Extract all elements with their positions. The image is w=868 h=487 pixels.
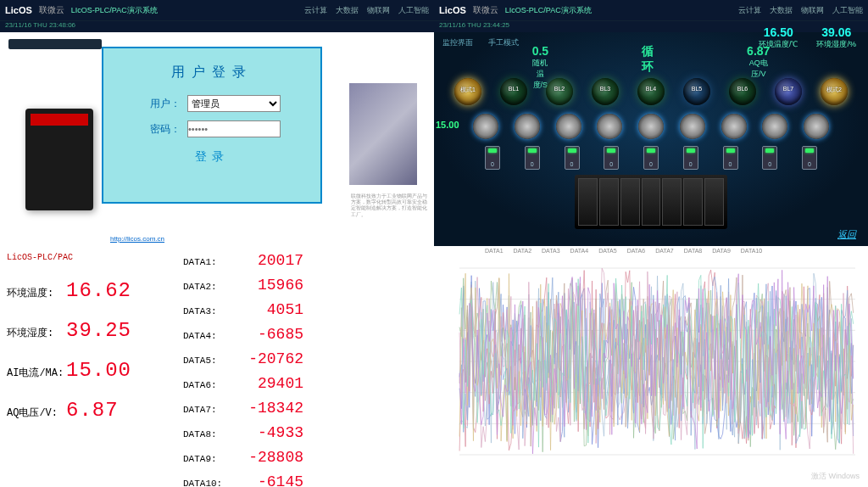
dial-1[interactable] (473, 114, 498, 139)
data7-value: -18342 (234, 400, 303, 417)
switch-5[interactable] (643, 146, 659, 170)
tab-monitor[interactable]: 监控界面 (442, 37, 473, 48)
timestamp-left: 23/11/16 THU 23:48:06 (0, 20, 434, 32)
data9-value: -28808 (234, 449, 303, 466)
chart-plot (442, 251, 860, 472)
pass-label: 密码： (143, 122, 181, 137)
logo: LicOS (5, 5, 32, 15)
login-button[interactable]: 登录 (120, 149, 303, 165)
data1-value: 20017 (234, 252, 303, 269)
data10-value: -6145 (234, 473, 303, 487)
chart-legend: DATA1 DATA2 DATA3 DATA4 DATA5 DATA6 DATA… (485, 248, 851, 254)
data-panel: LicOS-PLC/PAC 环境温度:16.62 环境湿度:39.25 AI电流… (0, 246, 434, 487)
data3-value: 4051 (234, 301, 303, 318)
top-metrics: 16.50环境温度/℃ 39.06环境湿度/% (759, 25, 856, 50)
switch-8[interactable] (762, 146, 777, 170)
app-title: LIcOS-PLC/PAC演示系统 (71, 5, 298, 16)
light-bl5[interactable]: BL5 (683, 78, 710, 105)
dial-2[interactable] (515, 114, 540, 139)
nav-iot[interactable]: 物联网 (367, 5, 390, 16)
aq-label: AQ电压/V: (7, 406, 66, 420)
dial-7[interactable] (721, 114, 747, 139)
building-image (349, 83, 417, 185)
plc-rack-image (575, 175, 727, 229)
ai-label: AI电流/MA: (7, 366, 66, 380)
top-nav: 云计算 大数据 物联网 人工智能 (304, 5, 429, 16)
device-image (25, 109, 93, 210)
data6-value: 29401 (234, 375, 303, 392)
dial-6[interactable] (680, 114, 705, 139)
dashboard-screen: LicOS 联微云 LIcOS-PLC/PAC演示系统 云计算 大数据 物联网 … (434, 0, 868, 246)
metric-humid: 39.06环境湿度/% (816, 25, 856, 50)
switch-9[interactable] (802, 146, 817, 170)
light-bl3[interactable]: BL3 (592, 78, 619, 105)
switches-row (485, 146, 817, 170)
logo2: LicOS (439, 5, 466, 15)
light-bl2[interactable]: BL2 (546, 78, 573, 105)
back-link[interactable]: 返回 (837, 228, 856, 241)
topbar-left: LicOS 联微云 LIcOS-PLC/PAC演示系统 云计算 大数据 物联网 … (0, 0, 434, 20)
temp-label: 环境温度: (7, 286, 66, 300)
top-nav2: 云计算 大数据 物联网 人工智能 (738, 5, 863, 16)
dials-row (473, 114, 829, 139)
nav-cloud[interactable]: 云计算 (304, 5, 327, 16)
mode-light-1[interactable]: 模式1 (454, 78, 481, 105)
light-bl1[interactable]: BL1 (500, 78, 527, 105)
nav2-cloud[interactable]: 云计算 (738, 5, 761, 16)
nav2-iot[interactable]: 物联网 (801, 5, 824, 16)
humid-value: 39.25 (66, 319, 131, 342)
nav-ai[interactable]: 人工智能 (398, 5, 429, 16)
watermark: 激活 Windows (811, 471, 860, 482)
switch-3[interactable] (565, 146, 580, 170)
humid-label: 环境湿度: (7, 326, 66, 340)
dial-5[interactable] (638, 114, 664, 139)
nav2-bigdata[interactable]: 大数据 (770, 5, 793, 16)
dial-4[interactable] (597, 114, 622, 139)
user-label: 用户： (143, 97, 181, 111)
data4-value: -6685 (234, 326, 303, 343)
topbar-right: LicOS 联微云 LIcOS-PLC/PAC演示系统 云计算 大数据 物联网 … (434, 0, 868, 20)
light-bl6[interactable]: BL6 (729, 78, 756, 105)
switch-4[interactable] (604, 146, 619, 170)
data8-value: -4933 (234, 424, 303, 441)
lights-row: 模式1 BL1 BL2 BL3 BL4 BL5 BL6 BL7 模式2 (454, 78, 848, 105)
light-bl7[interactable]: BL7 (775, 78, 802, 105)
data5-value: -20762 (234, 350, 303, 367)
login-dialog: 用户登录 用户： 管理员 密码： 登录 (102, 47, 322, 204)
user-select[interactable]: 管理员 (187, 95, 281, 112)
ai-value: 15.00 (66, 359, 131, 382)
data-registers: DATA1:20017 DATA2:15966 DATA3:4051 DATA4… (178, 246, 434, 487)
switch-6[interactable] (683, 146, 698, 170)
dial-3[interactable] (556, 114, 581, 139)
login-screen: LicOS 联微云 LIcOS-PLC/PAC演示系统 云计算 大数据 物联网 … (0, 0, 434, 246)
panel-header: LicOS-PLC/PAC (7, 253, 171, 262)
switch-7[interactable] (723, 146, 738, 170)
tab-manual[interactable]: 手工模式 (488, 37, 519, 48)
nav2-ai[interactable]: 人工智能 (832, 5, 863, 16)
aq-value: 6.87 (66, 399, 119, 422)
logo-cn: 联微云 (39, 4, 64, 16)
nav-bigdata[interactable]: 大数据 (336, 5, 359, 16)
promo-text: 联微科技致力于工业物联网产品与方案，数字化转型高效可靠安全稳定智能制造解决方案，… (351, 193, 427, 246)
temp-value: 16.62 (66, 279, 131, 302)
chart-panel: DATA1 DATA2 DATA3 DATA4 DATA5 DATA6 DATA… (434, 246, 868, 487)
switch-2[interactable] (525, 146, 540, 170)
dial-8[interactable] (762, 114, 787, 139)
data2-value: 15966 (234, 277, 303, 294)
switch-1[interactable] (485, 146, 500, 170)
mode-light-2[interactable]: 模式2 (821, 78, 848, 105)
dial-9[interactable] (804, 114, 829, 139)
sensor-readings: LicOS-PLC/PAC 环境温度:16.62 环境湿度:39.25 AI电流… (0, 246, 178, 487)
pass-input[interactable] (187, 120, 281, 137)
dashboard-tabs: 监控界面 手工模式 (442, 37, 519, 48)
light-bl4[interactable]: BL4 (637, 78, 665, 105)
logo2-cn: 联微云 (473, 4, 498, 16)
app-title2: LIcOS-PLC/PAC演示系统 (505, 5, 732, 16)
url-link[interactable]: http://licos.com.cn (110, 235, 164, 243)
login-title: 用户登录 (120, 64, 303, 81)
